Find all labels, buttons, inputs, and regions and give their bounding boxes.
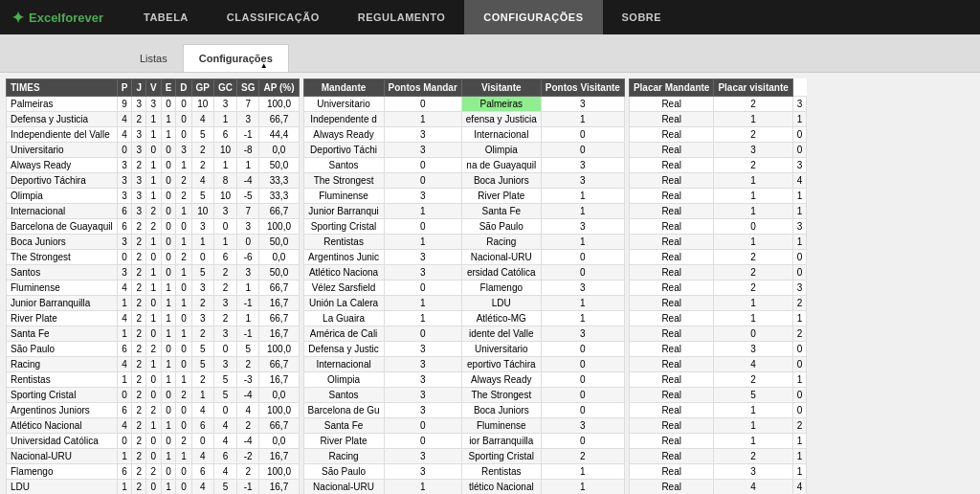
stat-value: 1 xyxy=(161,311,176,326)
table-row: Independiente del Valle4311056-144,4 xyxy=(7,127,300,143)
type-label: Real xyxy=(629,143,713,158)
stat-value: 2 xyxy=(145,464,161,480)
stat-value: 10 xyxy=(191,97,213,112)
team-name: Universitario xyxy=(7,143,118,158)
nav: TABELA CLASSIFICAÇÃO REGULAMENTO CONFIGU… xyxy=(124,0,680,34)
subnav-configuracoes[interactable]: Configurações xyxy=(183,44,289,72)
table-row: Always Ready3210121150,0 xyxy=(7,158,300,173)
stat-value: 2 xyxy=(145,204,161,219)
away-team: Boca Juniors xyxy=(461,403,541,418)
stat-value: 3 xyxy=(132,189,146,204)
type-label: Real xyxy=(629,372,713,388)
team-name: Palmeiras xyxy=(7,97,118,112)
away-team: Always Ready xyxy=(461,372,541,388)
away-points: 1 xyxy=(541,480,624,495)
placar-row: Real23 xyxy=(629,97,806,112)
stat-value: 0 xyxy=(176,219,191,235)
nav-sobre[interactable]: SOBRE xyxy=(603,0,681,34)
away-points: 0 xyxy=(541,403,624,418)
home-score: 3 xyxy=(714,342,792,357)
subnav-listas[interactable]: Listas xyxy=(124,45,183,72)
stat-value: 3 xyxy=(214,204,237,219)
away-score: 2 xyxy=(792,326,807,342)
stat-value: 1 xyxy=(161,449,176,464)
home-team: Junior Barranqui xyxy=(303,204,384,219)
away-score: 2 xyxy=(792,296,807,311)
type-label: Real xyxy=(629,265,713,281)
away-points: 1 xyxy=(541,189,624,204)
stat-value: 3 xyxy=(214,357,237,372)
stat-value: 0 xyxy=(161,250,176,265)
type-label: Real xyxy=(629,173,713,189)
stat-value: 0 xyxy=(176,97,191,112)
away-team: Nacional-URU xyxy=(461,250,541,265)
stat-value: 2 xyxy=(145,403,161,418)
placar-row: Real14 xyxy=(629,173,806,189)
away-points: 0 xyxy=(541,372,624,388)
type-label: Real xyxy=(629,158,713,173)
table-row: Palmeiras933001037100,0 xyxy=(7,97,300,112)
type-label: Real xyxy=(629,464,713,480)
stat-value: 0 xyxy=(145,326,161,342)
nav-classificacao[interactable]: CLASSIFICAÇÃO xyxy=(208,0,339,34)
placar-row: Real11 xyxy=(629,311,806,326)
away-score: 3 xyxy=(792,281,807,296)
stat-value: 66,7 xyxy=(259,281,299,296)
home-score: 0 xyxy=(714,326,792,342)
nav-regulamento[interactable]: REGULAMENTO xyxy=(339,0,464,34)
stat-value: -3 xyxy=(237,372,259,388)
away-score: 4 xyxy=(792,480,807,495)
stat-value: 3 xyxy=(237,219,259,235)
stat-value: 0 xyxy=(176,403,191,418)
away-team: Flamengo xyxy=(461,281,541,296)
stat-value: 0 xyxy=(145,143,161,158)
stat-value: 5 xyxy=(214,388,237,403)
nav-configuracoes[interactable]: CONFIGURAÇÕES xyxy=(464,0,602,34)
col-header-ap: AP (%) xyxy=(259,79,299,97)
stat-value: 2 xyxy=(132,281,146,296)
stat-value: 0,0 xyxy=(259,434,299,449)
home-score: 4 xyxy=(714,357,792,372)
home-points: 1 xyxy=(384,480,461,495)
away-points: 0 xyxy=(541,357,624,372)
type-label: Real xyxy=(629,250,713,265)
col-header-0: Mandante xyxy=(303,79,384,97)
stat-value: 5 xyxy=(237,342,259,357)
stat-value: 0 xyxy=(117,434,132,449)
stat-value: 0 xyxy=(161,265,176,281)
stat-value: 16,7 xyxy=(259,480,299,495)
stat-value: 1 xyxy=(191,235,213,250)
type-label: Real xyxy=(629,418,713,434)
match-row: Atlético Naciona3ersidad Católica0 xyxy=(303,265,624,281)
stat-value: 2 xyxy=(214,311,237,326)
stat-value: 100,0 xyxy=(259,403,299,418)
stat-value: -1 xyxy=(237,480,259,495)
stat-value: 50,0 xyxy=(259,158,299,173)
stat-value: 0 xyxy=(145,388,161,403)
stat-value: 33,3 xyxy=(259,189,299,204)
home-points: 0 xyxy=(384,158,461,173)
stat-value: 100,0 xyxy=(259,219,299,235)
placar-row: Real50 xyxy=(629,388,806,403)
stat-value: 0 xyxy=(176,311,191,326)
stat-value: 1 xyxy=(161,296,176,311)
stat-value: 2 xyxy=(132,403,146,418)
table-row: Universidad Católica0200204-40,0 xyxy=(7,434,300,449)
table-row: Sporting Cristal0200215-40,0 xyxy=(7,388,300,403)
stat-value: -4 xyxy=(237,173,259,189)
stat-value: 1 xyxy=(161,418,176,434)
placar-row: Real12 xyxy=(629,296,806,311)
stat-value: 1 xyxy=(214,235,237,250)
stat-value: -2 xyxy=(237,449,259,464)
match-row: Olimpia3Always Ready0 xyxy=(303,372,624,388)
stat-value: 1 xyxy=(161,127,176,143)
home-score: 5 xyxy=(714,388,792,403)
placar-row: Real30 xyxy=(629,143,806,158)
stat-value: 3 xyxy=(191,311,213,326)
away-score: 1 xyxy=(792,235,807,250)
stat-value: 0 xyxy=(161,235,176,250)
stat-value: 16,7 xyxy=(259,326,299,342)
nav-tabela[interactable]: TABELA xyxy=(124,0,208,34)
stat-value: -5 xyxy=(237,189,259,204)
team-name: Internacional xyxy=(7,204,118,219)
